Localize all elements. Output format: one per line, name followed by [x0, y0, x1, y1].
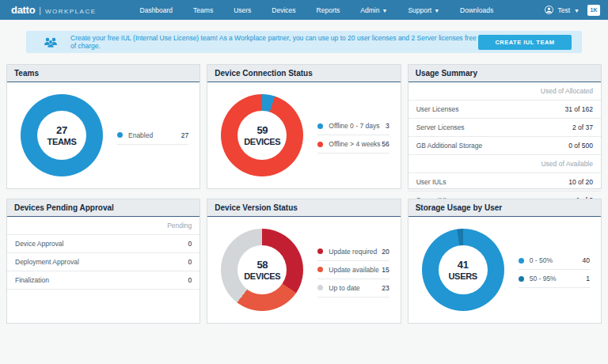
panel-storage-usage-by-user: Storage Usage by User 41 USERS 0 - 50% 4… [408, 199, 602, 324]
teams-donut-chart: 27 TEAMS [21, 94, 103, 176]
user-menu[interactable]: Test ▼ [545, 6, 580, 14]
section-header-row: Pending [7, 217, 200, 235]
banner-container: Create your free IUL (Internal Use Licen… [0, 20, 608, 64]
nav-item-support[interactable]: Support▼ [397, 6, 450, 14]
iul-banner: Create your free IUL (Internal Use Licen… [26, 31, 582, 53]
donut-center-label: USERS [448, 271, 477, 281]
panel-device-connection-status: Device Connection Status 59 DEVICES Offl… [207, 64, 401, 189]
storage-usage-donut-chart: 41 USERS [422, 229, 504, 311]
nav-item-devices[interactable]: Devices [261, 6, 306, 14]
donut-center-value: 58 [256, 259, 268, 271]
table-row: Deployment Approval 0 [7, 253, 200, 271]
section-header-row: Used of Available [408, 155, 601, 173]
chevron-down-icon: ▼ [434, 8, 439, 13]
panel-title: Device Connection Status [207, 65, 400, 82]
datto-workplace-logo[interactable]: datto | WORKPLACE [11, 4, 97, 16]
app-switcher-badge[interactable]: 1K [587, 5, 600, 16]
storage-usage-legend: 0 - 50% 40 50 - 95% 1 [519, 252, 590, 288]
usage-summary-table: Used of Allocated User Licenses 31 of 16… [408, 82, 601, 210]
table-row: User Licenses 31 of 162 [408, 100, 601, 119]
donut-center-value: 41 [458, 259, 469, 271]
banner-message: Create your free IUL (Internal Use Licen… [70, 34, 478, 50]
panel-title: Usage Summary [408, 65, 601, 82]
nav-item-downloads[interactable]: Downloads [450, 6, 504, 14]
devices-pending-table: Pending Device Approval 0 Deployment App… [7, 217, 200, 323]
legend-item: Update required 20 [317, 243, 389, 261]
dashboard-grid: Teams 27 TEAMS Enabled 27 Device Connect… [0, 64, 608, 324]
panel-device-version-status: Device Version Status 58 DEVICES Update … [207, 199, 401, 324]
legend-item: Offline > 4 weeks 56 [317, 135, 389, 154]
panel-title: Device Version Status [207, 199, 400, 217]
nav-item-admin[interactable]: Admin▼ [350, 6, 397, 14]
table-row: GB Additional Storage 0 of 500 [408, 137, 601, 155]
create-iul-team-button[interactable]: CREATE IUL TEAM [478, 35, 572, 50]
nav-item-teams[interactable]: Teams [183, 6, 223, 14]
table-row: User IULs 10 of 20 [408, 173, 601, 191]
legend-item: Offline 0 - 7 days 3 [317, 117, 389, 135]
chevron-down-icon: ▼ [382, 8, 387, 13]
panel-usage-summary: Usage Summary Used of Allocated User Lic… [408, 64, 602, 189]
legend-dot [317, 123, 323, 129]
legend-item: Up to date 23 [317, 279, 389, 298]
legend-item: 0 - 50% 40 [519, 252, 590, 270]
donut-center-value: 27 [56, 124, 67, 136]
legend-dot [117, 132, 123, 138]
panel-teams: Teams 27 TEAMS Enabled 27 [6, 64, 200, 189]
panel-title: Teams [7, 65, 200, 82]
legend-item: Enabled 27 [117, 127, 188, 145]
device-connection-donut-chart: 59 DEVICES [221, 94, 303, 176]
legend-dot [519, 258, 524, 264]
legend-item: Update available 15 [317, 261, 389, 279]
donut-center-label: DEVICES [244, 137, 280, 146]
top-navbar: datto | WORKPLACE Dashboard Teams Users … [0, 0, 608, 20]
device-version-legend: Update required 20 Update available 15 U… [317, 243, 389, 298]
table-row: Finalization 0 [7, 271, 200, 290]
panel-title: Storage Usage by User [408, 199, 601, 217]
nav-item-reports[interactable]: Reports [306, 6, 351, 14]
chevron-down-icon: ▼ [574, 8, 580, 13]
legend-dot [317, 142, 323, 147]
user-avatar-icon [545, 6, 553, 14]
donut-center-label: TEAMS [47, 137, 76, 146]
nav-item-dashboard[interactable]: Dashboard [130, 6, 184, 14]
logo-workplace: WORKPLACE [45, 8, 97, 15]
legend-dot [519, 276, 524, 282]
nav-menu: Dashboard Teams Users Devices Reports Ad… [130, 6, 504, 14]
logo-divider: | [39, 6, 41, 15]
navbar-right: Test ▼ 1K [545, 5, 600, 16]
panel-title: Devices Pending Approval [7, 199, 200, 217]
legend-dot [317, 267, 323, 272]
legend-item: 50 - 95% 1 [519, 270, 590, 288]
device-version-donut-chart: 58 DEVICES [221, 229, 303, 311]
panel-devices-pending-approval: Devices Pending Approval Pending Device … [6, 199, 200, 324]
donut-center-label: DEVICES [244, 271, 280, 281]
section-header-row: Used of Allocated [408, 82, 601, 100]
team-people-icon [44, 37, 58, 47]
device-connection-legend: Offline 0 - 7 days 3 Offline > 4 weeks 5… [317, 117, 389, 154]
legend-dot [317, 285, 323, 290]
logo-datto: datto [11, 4, 35, 16]
nav-item-users[interactable]: Users [223, 6, 261, 14]
table-row: Device Approval 0 [7, 235, 200, 253]
legend-dot [317, 248, 323, 254]
teams-legend: Enabled 27 [117, 127, 188, 145]
table-row: Server Licenses 2 of 37 [408, 119, 601, 137]
user-name: Test [557, 6, 570, 14]
donut-center-value: 59 [256, 124, 268, 136]
